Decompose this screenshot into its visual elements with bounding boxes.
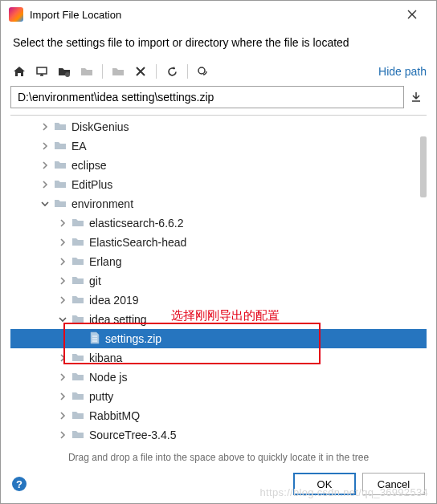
folder-icon [71,217,89,230]
tree-item-label: ElasticSearch-head [89,236,186,249]
chevron-right-icon[interactable] [57,275,68,287]
home-button[interactable] [10,63,28,80]
chevron-right-icon[interactable] [57,410,68,421]
chevron-right-icon[interactable] [57,295,68,306]
tree-folder-row[interactable]: Erlang [10,252,427,271]
tree-item-label: Node js [89,371,127,384]
help-button[interactable]: ? [12,477,27,491]
tree-file-row[interactable]: settings.zip [10,329,427,348]
tree-item-label: RabbitMQ [89,409,140,422]
tree-folder-row[interactable]: idea setting [10,310,427,329]
app-icon [9,7,23,22]
tree-folder-row[interactable]: SourceTree-3.4.5 [10,425,427,445]
tree-item-label: elasticsearch-6.6.2 [89,217,184,230]
chevron-down-icon[interactable] [39,198,51,209]
file-tree[interactable]: DiskGeniusEAeclipseEditPlusenvironmentel… [10,116,427,445]
tree-folder-row[interactable]: git [10,271,427,291]
tree-folder-row[interactable]: RabbitMQ [10,406,427,425]
folder-icon [71,409,89,423]
tree-folder-row[interactable]: EditPlus [10,175,427,194]
tree-item-label: EditPlus [71,178,112,191]
chevron-right-icon[interactable] [39,140,51,152]
tree-item-label: EA [71,140,87,152]
folder-icon [54,159,71,173]
folder-icon [71,294,89,307]
tree-folder-row[interactable]: eclipse [10,156,427,175]
drag-hint: Drag and drop a file into the space abov… [1,452,436,463]
tree-item-label: idea 2019 [89,294,139,307]
folder-icon [71,390,89,404]
svg-point-2 [198,67,205,74]
delete-button[interactable] [132,63,149,80]
new-folder-button[interactable] [109,63,127,80]
refresh-button[interactable] [163,63,181,80]
chevron-right-icon[interactable] [57,391,68,402]
chevron-right-icon[interactable] [57,256,68,267]
folder-icon [54,197,71,211]
chevron-right-icon[interactable] [39,179,51,190]
tree-item-label: settings.zip [105,332,161,345]
toolbar-separator [156,64,157,79]
tree-folder-row[interactable]: elasticsearch-6.6.2 [10,213,427,233]
chevron-right-icon[interactable] [57,372,68,383]
ok-button[interactable]: OK [293,473,356,495]
svg-rect-0 [37,67,47,74]
file-icon [89,331,105,347]
tree-container: DiskGeniusEAeclipseEditPlusenvironmentel… [10,115,427,450]
chevron-right-icon[interactable] [57,237,68,248]
chevron-down-icon[interactable] [57,314,68,325]
close-button[interactable] [396,3,428,26]
tree-folder-row[interactable]: ElasticSearch-head [10,233,427,252]
tree-item-label: eclipse [71,159,107,172]
tree-folder-row[interactable]: EA [10,136,427,156]
folder-icon [71,255,89,269]
tree-item-label: environment [71,197,133,210]
tree-folder-row[interactable]: putty [10,387,427,406]
tree-item-label: git [89,274,101,287]
dialog-subtitle: Select the settings file to import or di… [1,28,436,60]
folder-icon [71,236,89,250]
history-button[interactable] [406,86,427,108]
folder-icon [71,429,89,442]
module-button[interactable] [78,63,96,80]
desktop-button[interactable] [33,63,51,80]
tree-item-label: SourceTree-3.4.5 [89,429,176,441]
tree-item-label: putty [89,390,113,403]
tree-folder-row[interactable]: idea 2019 [10,291,427,310]
svg-point-1 [65,72,70,77]
tree-folder-row[interactable]: environment [10,194,427,213]
close-icon [407,10,417,19]
tree-item-label: kibana [89,352,122,364]
folder-icon [71,352,89,365]
folder-icon [54,120,71,134]
chevron-right-icon[interactable] [57,429,68,441]
chevron-right-icon[interactable] [39,121,51,132]
titlebar: Import File Location [1,1,436,28]
tree-folder-row[interactable]: DiskGenius [10,117,427,136]
path-input[interactable] [10,86,404,108]
tree-folder-row[interactable]: Node js [10,368,427,387]
footer: ? OK Cancel [1,465,436,503]
scrollbar-thumb[interactable] [420,136,427,197]
tree-item-label: DiskGenius [71,120,129,133]
tree-item-label: idea setting [89,313,147,326]
toolbar-separator [187,64,188,79]
hide-path-link[interactable]: Hide path [378,65,427,78]
show-hidden-button[interactable] [194,63,212,80]
chevron-right-icon[interactable] [57,352,68,364]
window-title: Import File Location [30,9,396,21]
folder-icon [71,313,89,327]
cancel-button[interactable]: Cancel [362,473,425,495]
chevron-right-icon[interactable] [57,217,68,229]
toolbar-separator [102,64,103,79]
folder-icon [54,140,71,153]
path-row [10,86,427,108]
toolbar: Hide path [1,60,436,83]
tree-item-label: Erlang [89,255,121,268]
folder-icon [71,371,89,384]
chevron-right-icon[interactable] [39,160,51,171]
project-button[interactable] [55,63,73,80]
tree-folder-row[interactable]: kibana [10,348,427,368]
folder-icon [71,274,89,288]
folder-icon [54,178,71,192]
